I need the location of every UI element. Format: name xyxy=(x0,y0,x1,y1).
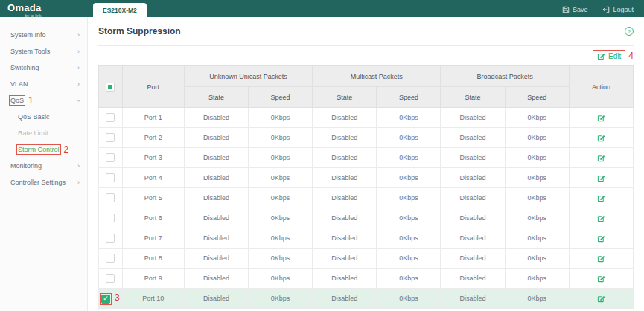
uu-speed-header: Speed xyxy=(249,87,313,108)
topbar: Omada by tp-link ES210X-M2 Save Logout xyxy=(0,0,644,17)
sidebar-item-label: QoS Basic xyxy=(18,113,50,121)
chevron-right-icon: › xyxy=(77,32,80,39)
mc-state-cell: Disabled xyxy=(313,289,377,309)
chevron-right-icon: › xyxy=(77,65,80,71)
sidebar-item-switching[interactable]: Switching› xyxy=(0,60,87,76)
edit-button[interactable]: Edit xyxy=(594,51,624,61)
table-row: Port 8Disabled0KbpsDisabled0KbpsDisabled… xyxy=(99,249,634,269)
sidebar-item-vlan[interactable]: VLAN› xyxy=(0,76,87,92)
mc-state-cell: Disabled xyxy=(313,269,377,289)
port-cell: Port 3 xyxy=(122,148,184,168)
save-button[interactable]: Save xyxy=(562,6,588,13)
row-edit-icon[interactable] xyxy=(597,134,605,142)
storm-control-table: Port Unknown Unicast Packets Multicast P… xyxy=(98,65,634,309)
mc-speed-cell: 0Kbps xyxy=(377,188,441,208)
row-checkbox[interactable] xyxy=(106,214,115,222)
port-cell: Port 9 xyxy=(122,269,184,289)
chevron-right-icon: › xyxy=(77,81,80,88)
bc-state-cell: Disabled xyxy=(441,148,505,168)
uu-speed-cell: 0Kbps xyxy=(249,188,313,208)
chevron-right-icon: › xyxy=(77,179,80,186)
port-cell: Port 7 xyxy=(122,228,184,249)
sidebar-item-storm-control[interactable]: Storm Control2 xyxy=(0,141,87,158)
row-edit-icon[interactable] xyxy=(597,254,605,263)
mc-state-cell: Disabled xyxy=(313,228,377,249)
device-tab[interactable]: ES210X-M2 xyxy=(93,3,147,17)
logout-icon xyxy=(602,6,610,13)
sidebar-nav: System Info›System Tools›Switching›VLAN›… xyxy=(0,17,88,311)
brand-name: Omada xyxy=(7,2,42,13)
sidebar-item-label: Controller Settings xyxy=(10,179,66,186)
sidebar-item-system-tools[interactable]: System Tools› xyxy=(0,43,87,60)
sidebar-item-label: QoS xyxy=(10,97,24,104)
select-all-checkbox[interactable] xyxy=(106,83,115,92)
chevron-down-icon: › xyxy=(75,100,82,102)
mc-state-header: State xyxy=(313,87,377,108)
bc-state-cell: Disabled xyxy=(441,128,505,148)
row-checkbox[interactable] xyxy=(106,274,115,283)
bc-state-cell: Disabled xyxy=(441,188,505,208)
row-edit-icon[interactable] xyxy=(597,275,605,283)
mc-state-cell: Disabled xyxy=(313,108,377,128)
row-edit-icon[interactable] xyxy=(597,114,605,122)
mc-speed-cell: 0Kbps xyxy=(377,208,441,228)
sidebar-item-label: Monitoring xyxy=(10,162,42,170)
row-edit-icon[interactable] xyxy=(597,214,605,222)
annotation-3: 3 xyxy=(115,292,120,303)
row-checkbox[interactable] xyxy=(106,193,115,202)
bc-speed-cell: 0Kbps xyxy=(505,108,569,128)
uu-state-cell: Disabled xyxy=(184,188,248,208)
uu-speed-cell: 0Kbps xyxy=(249,208,313,228)
row-checkbox[interactable] xyxy=(106,113,115,122)
row-edit-icon[interactable] xyxy=(597,174,605,182)
port-cell: Port 5 xyxy=(122,188,184,208)
mc-speed-cell: 0Kbps xyxy=(377,128,441,148)
bc-state-cell: Disabled xyxy=(441,208,505,228)
uu-state-cell: Disabled xyxy=(184,228,248,249)
row-checkbox[interactable] xyxy=(106,153,115,162)
port-cell: Port 1 xyxy=(122,108,184,128)
port-header: Port xyxy=(122,66,184,108)
bc-speed-cell: 0Kbps xyxy=(505,249,569,269)
sidebar-item-controller-settings[interactable]: Controller Settings› xyxy=(0,174,87,190)
row-checkbox[interactable] xyxy=(106,173,115,182)
port-cell: Port 8 xyxy=(122,249,184,269)
row-edit-icon[interactable] xyxy=(597,295,605,303)
save-label: Save xyxy=(573,6,588,13)
bc-state-cell: Disabled xyxy=(441,249,505,269)
bc-speed-header: Speed xyxy=(505,87,569,108)
uu-speed-cell: 0Kbps xyxy=(249,289,313,309)
bc-state-cell: Disabled xyxy=(441,289,505,309)
table-row: Port 9Disabled0KbpsDisabled0KbpsDisabled… xyxy=(99,269,634,289)
sidebar-item-qos-basic[interactable]: QoS Basic xyxy=(0,109,87,125)
logout-button[interactable]: Logout xyxy=(602,6,634,13)
sidebar-item-system-info[interactable]: System Info› xyxy=(0,27,87,43)
help-icon[interactable]: ? xyxy=(625,27,634,36)
bc-speed-cell: 0Kbps xyxy=(505,269,569,289)
bc-speed-cell: 0Kbps xyxy=(505,148,569,168)
uu-state-cell: Disabled xyxy=(184,148,248,168)
row-edit-icon[interactable] xyxy=(597,154,605,162)
row-edit-icon[interactable] xyxy=(597,194,605,202)
unknown-unicast-group-header: Unknown Unicast Packets xyxy=(184,66,312,87)
annotation-4: 4 xyxy=(628,51,634,60)
mc-speed-cell: 0Kbps xyxy=(377,168,441,188)
row-checkbox[interactable] xyxy=(106,234,115,243)
row-checkbox[interactable]: ✓ xyxy=(101,295,110,304)
row-edit-icon[interactable] xyxy=(597,234,605,243)
brand-subtitle: by tp-link xyxy=(7,14,42,19)
sidebar-item-label: Storm Control xyxy=(18,146,60,153)
uu-state-cell: Disabled xyxy=(184,168,248,188)
uu-speed-cell: 0Kbps xyxy=(249,148,313,168)
logout-label: Logout xyxy=(613,6,634,13)
sidebar-item-rate-limit[interactable]: Rate Limit xyxy=(0,125,87,141)
sidebar-item-qos[interactable]: QoS1› xyxy=(0,92,87,109)
table-row: ✓3Port 10Disabled0KbpsDisabled0KbpsDisab… xyxy=(99,289,634,309)
row-checkbox[interactable] xyxy=(106,133,115,142)
mc-state-cell: Disabled xyxy=(313,128,377,148)
sidebar-item-monitoring[interactable]: Monitoring› xyxy=(0,158,87,174)
edit-icon xyxy=(597,52,605,60)
uu-state-cell: Disabled xyxy=(184,208,248,228)
row-checkbox[interactable] xyxy=(106,254,115,263)
uu-speed-cell: 0Kbps xyxy=(249,128,313,148)
